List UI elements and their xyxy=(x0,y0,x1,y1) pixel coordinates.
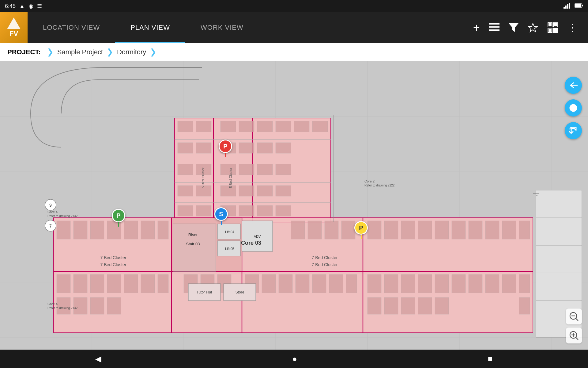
svg-marker-11 xyxy=(528,23,537,32)
svg-text:Stair 03: Stair 03 xyxy=(186,242,200,246)
svg-rect-98 xyxy=(158,221,168,239)
pin-s-blue[interactable]: S xyxy=(214,207,228,225)
status-left: 6:45 ▲ ◉ ☰ xyxy=(5,3,42,10)
zoom-in-button[interactable] xyxy=(566,328,582,343)
home-nav-button[interactable]: ● xyxy=(292,354,297,364)
zoom-controls xyxy=(566,309,582,343)
breadcrumb-dormitory[interactable]: Dormitory xyxy=(117,48,146,56)
svg-text:Core 4: Core 4 xyxy=(47,302,58,306)
logo-triangle xyxy=(7,17,21,29)
svg-rect-67 xyxy=(178,205,193,216)
notification-icon: ☰ xyxy=(37,3,42,10)
more-button[interactable]: ⋮ xyxy=(567,21,579,34)
svg-line-185 xyxy=(576,337,578,340)
svg-rect-47 xyxy=(294,121,309,132)
breadcrumb-arrow-3: ❯ xyxy=(150,47,156,57)
svg-rect-131 xyxy=(384,274,398,293)
svg-marker-10 xyxy=(509,23,518,32)
pin-p-yellow[interactable]: P xyxy=(354,221,368,239)
recent-nav-button[interactable]: ■ xyxy=(488,354,493,364)
pin-p-red[interactable]: P xyxy=(219,140,232,157)
return-arrow-button[interactable] xyxy=(565,122,582,139)
svg-rect-59 xyxy=(257,164,273,175)
list-button[interactable] xyxy=(489,23,499,32)
breadcrumb-sample-project[interactable]: Sample Project xyxy=(57,48,103,56)
zoom-out-button[interactable] xyxy=(566,309,582,324)
svg-rect-128 xyxy=(329,274,343,293)
status-bar: 6:45 ▲ ◉ ☰ xyxy=(0,0,588,12)
svg-rect-103 xyxy=(368,221,381,239)
svg-rect-58 xyxy=(239,164,254,175)
tab-location-view[interactable]: LOCATION VIEW xyxy=(28,12,115,43)
floor-plan-container[interactable]: 5 Bed Cluster 5 Bed Cluster Riser Stair … xyxy=(0,61,588,350)
svg-rect-66 xyxy=(276,186,291,196)
project-label: PROJECT: xyxy=(7,48,41,56)
svg-rect-65 xyxy=(257,186,273,196)
svg-point-178 xyxy=(572,106,575,109)
svg-rect-2 xyxy=(567,4,568,9)
svg-rect-21 xyxy=(556,31,558,33)
svg-text:Core 03: Core 03 xyxy=(241,240,261,246)
svg-rect-137 xyxy=(485,274,499,293)
svg-rect-105 xyxy=(401,221,415,239)
svg-rect-145 xyxy=(384,297,398,314)
svg-rect-102 xyxy=(341,221,355,239)
svg-text:5 Bed Cluster: 5 Bed Cluster xyxy=(229,167,232,188)
circle-button[interactable] xyxy=(565,99,582,117)
battery-icon xyxy=(575,3,583,10)
svg-rect-18 xyxy=(553,28,555,30)
svg-rect-125 xyxy=(279,274,292,293)
svg-text:7 Bed Cluster: 7 Bed Cluster xyxy=(312,262,338,267)
add-button[interactable]: + xyxy=(473,21,480,34)
svg-rect-94 xyxy=(90,221,104,239)
back-nav-button[interactable]: ◀ xyxy=(95,354,101,364)
svg-rect-111 xyxy=(502,221,516,239)
svg-rect-108 xyxy=(452,221,466,239)
qr-button[interactable] xyxy=(547,22,558,33)
svg-rect-43 xyxy=(221,121,236,132)
svg-rect-8 xyxy=(489,26,499,28)
svg-text:Store: Store xyxy=(236,290,244,294)
back-arrow-button[interactable] xyxy=(565,77,582,94)
svg-rect-114 xyxy=(74,274,87,293)
svg-rect-113 xyxy=(57,274,70,293)
svg-rect-7 xyxy=(489,23,499,25)
svg-rect-6 xyxy=(575,4,581,7)
svg-rect-92 xyxy=(57,221,70,239)
svg-text:Tutor Flat: Tutor Flat xyxy=(197,290,213,294)
svg-rect-146 xyxy=(401,297,415,314)
svg-rect-63 xyxy=(221,186,236,196)
svg-rect-148 xyxy=(435,297,449,314)
svg-rect-53 xyxy=(257,143,273,153)
svg-rect-45 xyxy=(257,121,273,132)
svg-rect-9 xyxy=(489,29,499,31)
breadcrumb-arrow-2: ❯ xyxy=(107,47,113,57)
tab-plan-view[interactable]: PLAN VIEW xyxy=(115,12,185,43)
star-button[interactable] xyxy=(528,23,538,33)
svg-rect-127 xyxy=(312,274,326,293)
nav-bar: FV LOCATION VIEW PLAN VIEW WORK VIEW + xyxy=(0,12,588,43)
svg-rect-134 xyxy=(435,274,449,293)
svg-rect-118 xyxy=(141,274,155,293)
svg-rect-133 xyxy=(418,274,432,293)
svg-rect-149 xyxy=(519,297,530,314)
svg-rect-52 xyxy=(239,143,254,153)
pin-p-green[interactable]: P xyxy=(112,209,125,227)
tab-work-view[interactable]: WORK VIEW xyxy=(185,12,259,43)
svg-text:Core 4: Core 4 xyxy=(47,210,58,214)
svg-rect-96 xyxy=(124,221,138,239)
svg-rect-104 xyxy=(384,221,398,239)
svg-rect-140 xyxy=(57,297,70,314)
nav-actions: + xyxy=(473,21,588,34)
svg-rect-20 xyxy=(553,31,555,33)
svg-text:Refer to drawing 2142: Refer to drawing 2142 xyxy=(47,306,78,310)
svg-rect-42 xyxy=(196,121,211,132)
svg-rect-57 xyxy=(221,164,236,175)
svg-rect-107 xyxy=(435,221,449,239)
svg-rect-0 xyxy=(564,7,565,9)
svg-rect-126 xyxy=(296,274,309,293)
svg-rect-141 xyxy=(74,297,87,314)
svg-text:Lift 05: Lift 05 xyxy=(225,247,234,251)
filter-button[interactable] xyxy=(509,23,518,32)
svg-rect-49 xyxy=(178,143,193,153)
